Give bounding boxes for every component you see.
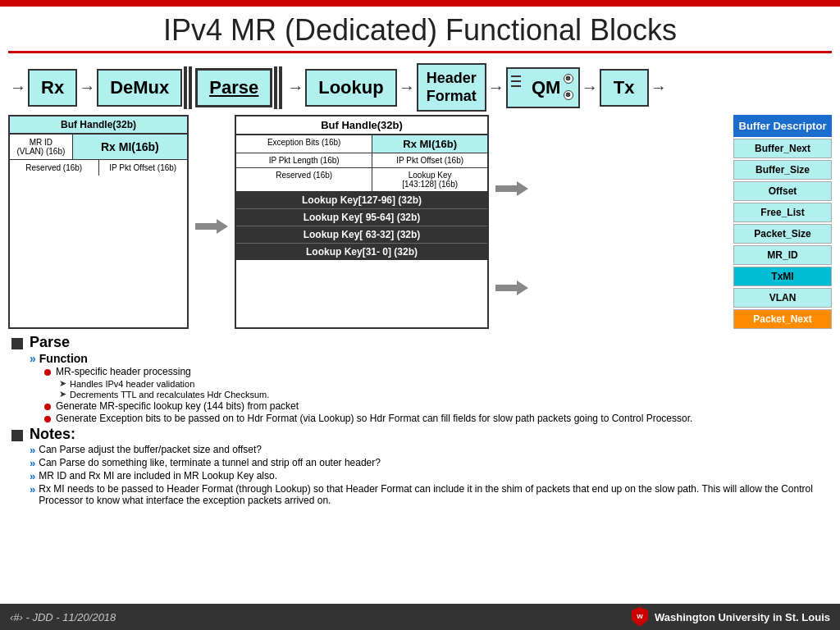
register-symbol-2: ⊗ bbox=[564, 90, 573, 100]
circle-bullet-3 bbox=[44, 416, 51, 422]
buf-large-row6: Lookup Key[ 63-32] (32b) bbox=[236, 226, 487, 244]
buf-small-r1c2: Rx MI(16b) bbox=[73, 135, 187, 159]
note-chevron-3: » bbox=[30, 483, 35, 495]
notes-list: » Can Parse adjust the buffer/packet siz… bbox=[30, 444, 829, 506]
buf-large-row2: IP Pkt Length (16b) IP Pkt Offset (16b) bbox=[236, 153, 487, 168]
descriptor-arrows bbox=[495, 148, 528, 329]
notes-bullet-square bbox=[11, 430, 23, 441]
buf-large-r3c2: Lookup Key [143:128] (16b) bbox=[372, 168, 487, 191]
flow-diagram: → Rx → DeMux Parse → Lookup → bbox=[8, 63, 832, 112]
notes-label: Notes: bbox=[30, 426, 75, 443]
buf-small-r1c1: MR ID (VLAN) (16b) bbox=[10, 135, 73, 159]
washu-shield-icon: W bbox=[632, 607, 648, 627]
buf-large-r1c1: Exception Bits (16b) bbox=[236, 135, 372, 153]
buf-large-r2c2: IP Pkt Offset (16b) bbox=[372, 153, 487, 167]
buf-large-r2c1: IP Pkt Length (16b) bbox=[236, 153, 372, 167]
rx-block: Rx bbox=[28, 69, 77, 107]
tx-block: Tx bbox=[600, 69, 649, 107]
desc-item-vlan: VLAN bbox=[733, 288, 832, 308]
buffer-descriptor-box: Buffer Descriptor Buffer_Next Buffer_Siz… bbox=[733, 115, 832, 329]
note-text-0: Can Parse adjust the buffer/packet size … bbox=[39, 444, 262, 455]
function-label: Function bbox=[39, 352, 88, 365]
buf-large-row1: Exception Bits (16b) Rx MI(16b) bbox=[236, 135, 487, 153]
desc-item-mr-id: MR_ID bbox=[733, 245, 832, 265]
parse-block: Parse bbox=[195, 68, 272, 107]
svg-marker-1 bbox=[495, 181, 528, 196]
desc-item-txmi: TxMI bbox=[733, 267, 832, 286]
desc-item-packet-size: Packet_Size bbox=[733, 224, 832, 244]
function-row: » Function bbox=[30, 352, 829, 365]
desc-item-free-list: Free_List bbox=[733, 203, 832, 222]
note-item-3: » Rx MI needs to be passed to Header For… bbox=[30, 483, 829, 506]
desc-item-buffer-next: Buffer_Next bbox=[733, 139, 832, 158]
note-chevron-1: » bbox=[30, 457, 35, 469]
mr-specific-item: MR-specific header processing ➤ Handles … bbox=[44, 366, 829, 424]
page-title: IPv4 MR (Dedicated) Functional Blocks bbox=[16, 13, 824, 48]
arrow-rx-demux: → bbox=[79, 78, 95, 97]
detail-arrow-1 bbox=[195, 123, 228, 329]
parse-bullet-text: Parse bbox=[30, 334, 70, 351]
generate-exception-row: Generate Exception bits to be passed on … bbox=[44, 413, 829, 424]
top-red-bar bbox=[0, 0, 840, 7]
header-format-block: HeaderFormat bbox=[417, 63, 486, 112]
arrow-lookup-hdrformat: → bbox=[399, 78, 415, 97]
buf-large-header: Buf Handle(32b) bbox=[236, 116, 487, 135]
qm-block: QM ⊗ ⊗ bbox=[506, 67, 580, 108]
arrow-ttl: ➤ bbox=[59, 389, 66, 399]
buf-large-r1c2: Rx MI(16b) bbox=[372, 135, 487, 153]
demux-block: DeMux bbox=[97, 69, 182, 107]
footer-right: W Washington University in St. Louis bbox=[632, 607, 830, 627]
parse-separator-right bbox=[274, 66, 282, 109]
note-item-1: » Can Parse do something like, terminate… bbox=[30, 457, 829, 469]
footer-left: ‹#› - JDD - 11/20/2018 bbox=[10, 611, 116, 623]
register-symbol-1: ⊗ bbox=[564, 74, 573, 84]
bullets-section: Parse » Function MR-specific header proc… bbox=[8, 334, 832, 507]
buf-large-row3: Reserved (16b) Lookup Key [143:128] (16b… bbox=[236, 168, 487, 192]
lookup-block: Lookup bbox=[305, 69, 396, 107]
buf-large-row4: Lookup Key[127-96] (32b) bbox=[236, 192, 487, 209]
parse-bullet-square bbox=[11, 338, 23, 349]
arrow-ipv4: ➤ bbox=[59, 378, 66, 389]
descriptor-header: Buffer Descriptor bbox=[733, 115, 832, 137]
circle-bullet-1 bbox=[44, 369, 51, 376]
note-text-1: Can Parse do something like, terminate a… bbox=[39, 457, 381, 468]
buf-small-row1: MR ID (VLAN) (16b) Rx MI(16b) bbox=[10, 135, 187, 160]
arrow-parse-lookup: → bbox=[287, 78, 304, 97]
ipv4-text: Handles IPv4 header validation bbox=[70, 379, 194, 389]
desc-arrow-1 bbox=[495, 180, 528, 197]
arrow-hdrformat-qm: → bbox=[488, 78, 504, 97]
ttl-text: Decrements TTL and recalculates Hdr Chec… bbox=[70, 390, 269, 399]
arrow-after-tx: → bbox=[651, 78, 667, 97]
svg-marker-2 bbox=[495, 281, 528, 295]
washu-text: Washington University in St. Louis bbox=[655, 611, 830, 623]
desc-item-offset: Offset bbox=[733, 181, 832, 201]
parse-main-bullet: Parse bbox=[11, 334, 829, 351]
detail-row: Buf Handle(32b) MR ID (VLAN) (16b) Rx MI… bbox=[8, 115, 832, 329]
desc-item-packet-next: Packet_Next bbox=[733, 309, 832, 329]
arrow-before-rx: → bbox=[10, 78, 26, 97]
buf-large-row5: Lookup Key[ 95-64] (32b) bbox=[236, 209, 487, 226]
arrow-qm-tx: → bbox=[582, 78, 598, 97]
note-text-3: Rx MI needs to be passed to Header Forma… bbox=[39, 483, 829, 506]
generate-key-row: Generate MR-specific lookup key (144 bit… bbox=[44, 400, 829, 412]
function-sub: » Function MR-specific header processing… bbox=[30, 352, 829, 424]
desc-arrow-2 bbox=[495, 280, 528, 296]
buf-handle-large: Buf Handle(32b) Exception Bits (16b) Rx … bbox=[235, 115, 489, 329]
ttl-row: ➤ Decrements TTL and recalculates Hdr Ch… bbox=[59, 389, 829, 399]
circle-bullet-2 bbox=[44, 404, 51, 410]
generate-key-text: Generate MR-specific lookup key (144 bit… bbox=[56, 400, 299, 412]
right-arrow-svg bbox=[195, 218, 228, 235]
ipv4-row: ➤ Handles IPv4 header validation bbox=[59, 378, 829, 389]
mr-specific-text: MR-specific header processing bbox=[56, 366, 191, 377]
note-text-2: MR ID and Rx MI are included in MR Looku… bbox=[39, 470, 277, 482]
buf-large-r3c1: Reserved (16b) bbox=[236, 168, 372, 191]
svg-text:W: W bbox=[637, 613, 643, 620]
buf-small-r2c1: Reserved (16b) bbox=[10, 160, 99, 176]
parse-separator bbox=[184, 66, 194, 109]
svg-marker-0 bbox=[195, 219, 228, 234]
buf-handle-small: Buf Handle(32b) MR ID (VLAN) (16b) Rx MI… bbox=[8, 115, 189, 329]
buf-small-row2: Reserved (16b) IP Pkt Offset (16b) bbox=[10, 160, 187, 176]
chevron-function: » bbox=[30, 352, 36, 365]
note-chevron-2: » bbox=[30, 470, 35, 482]
note-item-2: » MR ID and Rx MI are included in MR Loo… bbox=[30, 470, 829, 482]
